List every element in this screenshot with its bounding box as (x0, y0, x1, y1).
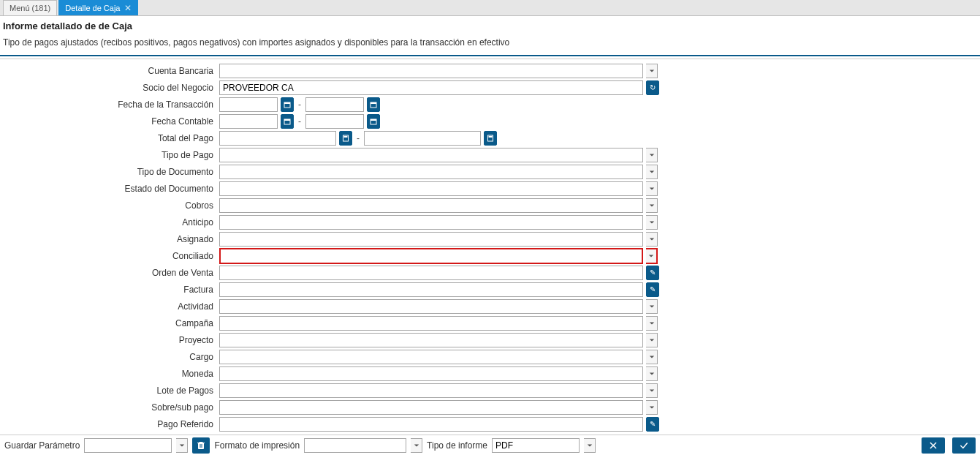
dropdown-formato-impresion[interactable] (411, 438, 422, 453)
dropdown-tipo-informe[interactable] (584, 438, 596, 453)
label-sobre-sub-pago: Sobre/sub pago (0, 402, 219, 413)
input-moneda[interactable] (219, 366, 643, 381)
row-tipo-pago: Tipo de Pago (0, 146, 980, 163)
dropdown-actividad[interactable] (646, 299, 658, 314)
svg-rect-5 (284, 119, 290, 121)
row-asignado: Asignado (0, 230, 980, 247)
dropdown-lote-pagos[interactable] (646, 383, 658, 398)
input-total-pago-to[interactable] (364, 131, 481, 146)
svg-rect-7 (371, 119, 376, 121)
tab-detalle-caja[interactable]: Detalle de Caja (58, 0, 138, 15)
row-conciliado: Conciliado (0, 247, 980, 264)
label-tipo-informe: Tipo de informe (427, 440, 487, 451)
dropdown-conciliado[interactable] (646, 248, 658, 264)
input-fecha-contable-to[interactable] (305, 114, 364, 129)
input-pago-referido[interactable] (219, 417, 643, 432)
label-anticipo: Anticipo (0, 217, 219, 228)
dropdown-campana[interactable] (646, 316, 658, 331)
dropdown-cargo[interactable] (646, 350, 658, 364)
input-socio-negocio[interactable] (219, 80, 643, 95)
input-proyecto[interactable] (219, 333, 643, 347)
calculator-total-pago-from-icon[interactable] (339, 131, 352, 146)
input-sobre-sub-pago[interactable] (219, 400, 643, 415)
dropdown-proyecto[interactable] (646, 333, 658, 347)
input-orden-venta[interactable] (219, 266, 643, 280)
input-actividad[interactable] (219, 299, 643, 314)
input-tipo-informe[interactable] (492, 438, 580, 453)
input-anticipo[interactable] (219, 215, 643, 230)
row-factura: Factura ✎ (0, 281, 980, 298)
dropdown-tipo-pago[interactable] (646, 148, 658, 162)
dropdown-guardar-parametro[interactable] (176, 438, 188, 453)
input-cobros[interactable] (219, 198, 643, 213)
input-fecha-contable-from[interactable] (219, 114, 278, 129)
input-tipo-pago[interactable] (219, 148, 643, 162)
dropdown-tipo-documento[interactable] (646, 165, 658, 179)
input-total-pago-from[interactable] (219, 131, 336, 146)
row-tipo-documento: Tipo de Documento (0, 163, 980, 180)
lookup-orden-venta-icon[interactable]: ✎ (646, 266, 659, 280)
dropdown-cuenta-bancaria[interactable] (646, 64, 658, 78)
input-factura[interactable] (219, 282, 643, 297)
svg-rect-1 (284, 102, 290, 104)
tab-menu[interactable]: Menú (181) (3, 0, 57, 15)
row-cobros: Cobros (0, 197, 980, 214)
input-estado-documento[interactable] (219, 181, 643, 196)
dropdown-asignado[interactable] (646, 232, 658, 247)
label-formato-impresion: Formato de impresión (214, 440, 300, 451)
row-moneda: Moneda (0, 365, 980, 382)
dropdown-estado-documento[interactable] (646, 181, 658, 196)
close-icon (928, 440, 938, 451)
label-guardar-parametro: Guardar Parámetro (4, 440, 80, 451)
label-tipo-pago: Tipo de Pago (0, 150, 219, 160)
dropdown-cobros[interactable] (646, 198, 658, 213)
input-cargo[interactable] (219, 350, 643, 364)
input-cuenta-bancaria[interactable] (219, 64, 643, 78)
label-asignado: Asignado (0, 234, 219, 244)
confirm-button[interactable] (952, 437, 976, 454)
input-tipo-documento[interactable] (219, 165, 643, 179)
input-conciliado[interactable] (219, 248, 643, 264)
range-dash: - (297, 99, 303, 110)
row-cargo: Cargo (0, 348, 980, 365)
label-cargo: Cargo (0, 352, 219, 362)
label-pago-referido: Pago Referido (0, 419, 219, 429)
calendar-fecha-transaccion-from-icon[interactable] (281, 97, 294, 112)
calculator-total-pago-to-icon[interactable] (484, 131, 497, 146)
delete-parametro-button[interactable] (192, 437, 210, 454)
input-formato-impresion[interactable] (304, 438, 406, 453)
input-campana[interactable] (219, 316, 643, 331)
page-subtitle: Tipo de pagos ajustados (recibos positiv… (3, 37, 977, 48)
dropdown-anticipo[interactable] (646, 215, 658, 230)
calendar-fecha-contable-to-icon[interactable] (367, 114, 380, 129)
input-fecha-transaccion-from[interactable] (219, 97, 278, 112)
label-socio-negocio: Socio del Negocio (0, 83, 219, 93)
input-fecha-transaccion-to[interactable] (305, 97, 364, 112)
cancel-button[interactable] (922, 437, 945, 454)
label-actividad: Actividad (0, 301, 219, 312)
reload-socio-negocio-icon[interactable]: ↻ (646, 80, 659, 95)
calendar-fecha-transaccion-to-icon[interactable] (367, 97, 380, 112)
tab-bar: Menú (181) Detalle de Caja (0, 0, 980, 16)
label-fecha-contable: Fecha Contable (0, 116, 219, 127)
range-dash: - (297, 116, 303, 127)
row-actividad: Actividad (0, 298, 980, 315)
label-factura: Factura (0, 285, 219, 295)
label-tipo-documento: Tipo de Documento (0, 167, 219, 177)
input-asignado[interactable] (219, 232, 643, 247)
check-icon (959, 440, 969, 451)
input-lote-pagos[interactable] (219, 383, 643, 398)
row-sobre-sub-pago: Sobre/sub pago (0, 399, 980, 415)
label-total-pago: Total del Pago (0, 133, 219, 143)
dropdown-moneda[interactable] (646, 366, 658, 381)
label-moneda: Moneda (0, 369, 219, 379)
label-conciliado: Conciliado (0, 251, 219, 261)
input-guardar-parametro[interactable] (84, 438, 172, 453)
label-proyecto: Proyecto (0, 335, 219, 345)
row-cuenta-bancaria: Cuenta Bancaria (0, 62, 980, 79)
lookup-factura-icon[interactable]: ✎ (646, 282, 659, 297)
lookup-pago-referido-icon[interactable]: ✎ (646, 417, 659, 432)
close-tab-icon[interactable] (124, 3, 132, 13)
calendar-fecha-contable-from-icon[interactable] (281, 114, 294, 129)
dropdown-sobre-sub-pago[interactable] (646, 400, 658, 415)
